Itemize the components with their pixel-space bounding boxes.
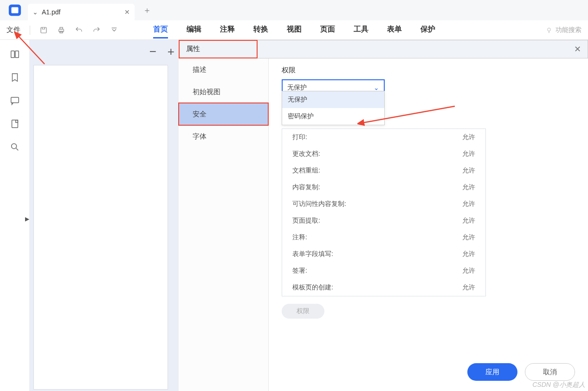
zoom-controls: − + [149,45,174,59]
permissions-button: 权限 [282,304,324,319]
left-sidebar: ▶ [0,40,30,391]
properties-panel: 属性 ✕ 描述 初始视图 安全 字体 权限 无保护 ⌄ 无保护 密码保护 [178,40,588,391]
apply-button[interactable]: 应用 [467,363,517,381]
file-menu[interactable]: 文件 [6,26,20,34]
more-dropdown-icon[interactable] [109,25,119,35]
perm-row: 打印:允许 [282,129,485,146]
document-pane: − + [30,40,178,391]
main-menu: 首页 编辑 注释 转换 视图 页面 工具 表单 保护 [153,22,435,38]
svg-rect-4 [60,27,63,29]
separator [30,26,30,35]
cancel-button[interactable]: 取消 [525,363,575,381]
undo-icon[interactable] [74,25,84,35]
zoom-out-button[interactable]: − [149,45,156,59]
nav-fonts[interactable]: 字体 [179,125,268,147]
menu-edit[interactable]: 编辑 [187,22,201,38]
attachment-icon[interactable] [10,119,20,129]
nav-initial-view[interactable]: 初始视图 [179,81,268,103]
svg-point-12 [11,144,16,149]
app-logo-icon [6,2,23,19]
panel-footer: 应用 取消 [467,363,575,381]
dropdown-password-protection[interactable]: 密码保护 [282,108,384,125]
perm-row: 更改文档:允许 [282,146,485,162]
watermark: CSDN @小奥超人 [532,381,585,389]
menu-page[interactable]: 页面 [320,22,335,38]
protection-dropdown: 无保护 密码保护 [282,91,385,125]
perm-row: 签署:允许 [282,263,485,279]
menu-protect[interactable]: 保护 [420,22,435,38]
panel-close-icon[interactable]: ✕ [574,44,581,54]
tab-chevron-icon: ⌄ [32,8,38,16]
redo-icon[interactable] [91,25,102,35]
menu-form[interactable]: 表单 [387,22,402,38]
toolbar: 文件 首页 编辑 注释 转换 视图 页面 工具 表单 保护 功能搜索 [0,20,588,40]
zoom-in-button[interactable]: + [168,45,174,59]
permissions-label: 权限 [282,66,575,75]
sidebar-collapse-icon[interactable]: ▶ [25,216,29,222]
bookmark-icon[interactable] [10,72,20,83]
svg-rect-2 [41,27,46,33]
svg-rect-10 [12,120,18,128]
perm-row: 页面提取:允许 [282,212,485,229]
page-preview[interactable] [33,65,168,390]
menu-view[interactable]: 视图 [287,22,302,38]
chevron-down-icon: ⌄ [374,84,379,91]
svg-point-6 [548,28,551,31]
thumbnails-icon[interactable] [10,49,20,59]
perm-row: 模板页的创建:允许 [282,279,485,296]
perm-row: 内容复制:允许 [282,179,485,196]
panel-header: 属性 ✕ [179,40,588,58]
tab-bar: ⌄ A1.pdf ✕ ＋ [0,0,588,20]
menu-annotate[interactable]: 注释 [220,22,235,38]
dropdown-no-protection[interactable]: 无保护 [282,91,384,108]
perm-row: 文档重组:允许 [282,162,485,179]
svg-rect-1 [12,7,19,13]
properties-nav: 描述 初始视图 安全 字体 [179,58,269,391]
menu-home[interactable]: 首页 [153,22,168,38]
document-tab[interactable]: ⌄ A1.pdf ✕ [28,4,135,20]
save-icon[interactable] [39,25,49,35]
feature-search[interactable]: 功能搜索 [545,26,582,34]
comment-icon[interactable] [10,96,20,106]
permissions-list: 打印:允许 更改文档:允许 文档重组:允许 内容复制:允许 可访问性内容复制:允… [282,128,486,296]
search-placeholder: 功能搜索 [556,26,582,34]
svg-rect-7 [11,51,14,58]
menu-convert[interactable]: 转换 [253,22,268,38]
perm-row: 可访问性内容复制:允许 [282,196,485,212]
new-tab-button[interactable]: ＋ [143,5,151,16]
bulb-icon [545,26,553,34]
svg-rect-11 [15,120,18,123]
perm-row: 注释:允许 [282,229,485,246]
nav-security[interactable]: 安全 [179,103,268,125]
nav-description[interactable]: 描述 [179,58,268,81]
print-icon[interactable] [56,25,66,35]
panel-title: 属性 [179,40,258,58]
search-icon[interactable] [10,142,20,152]
menu-tools[interactable]: 工具 [354,22,368,38]
properties-content: 权限 无保护 ⌄ 无保护 密码保护 打印:允许 更改文档:允许 文档重组:允许 … [269,58,588,391]
perm-row: 表单字段填写:允许 [282,246,485,263]
svg-rect-9 [11,97,19,103]
tab-filename: A1.pdf [42,8,60,16]
svg-rect-8 [15,51,18,58]
tab-close-icon[interactable]: ✕ [124,8,130,16]
